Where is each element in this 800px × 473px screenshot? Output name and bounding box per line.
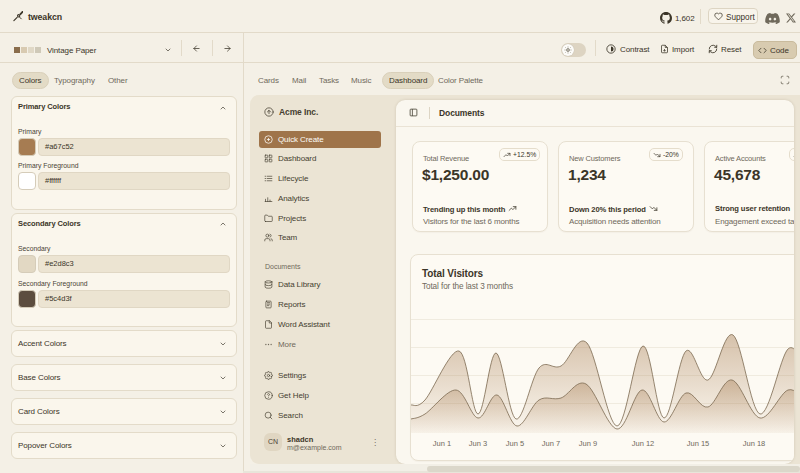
svg-text:Jun 18: Jun 18 — [743, 439, 766, 448]
svg-text:Jun 3: Jun 3 — [469, 439, 487, 448]
svg-text:Jun 1: Jun 1 — [433, 439, 451, 448]
svg-text:Jun 12: Jun 12 — [632, 439, 655, 448]
svg-text:Jun 9: Jun 9 — [579, 439, 597, 448]
svg-text:Jun 7: Jun 7 — [542, 439, 560, 448]
svg-text:Jun 15: Jun 15 — [687, 439, 710, 448]
svg-text:Jun 5: Jun 5 — [506, 439, 524, 448]
